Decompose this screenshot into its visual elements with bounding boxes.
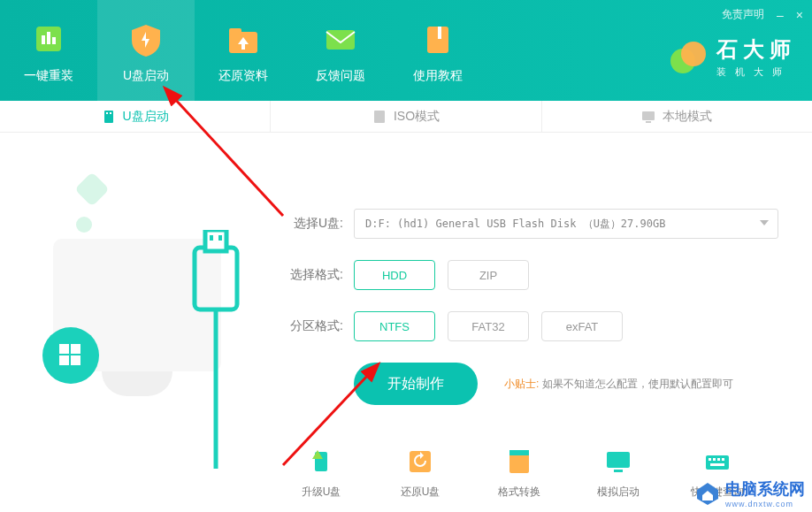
nav-tutorial[interactable]: 使用教程 (389, 0, 486, 101)
svg-rect-29 (607, 452, 630, 468)
windows-badge-icon (42, 327, 99, 384)
envelope-icon (321, 17, 360, 61)
usb-icon (102, 110, 116, 124)
svg-rect-28 (509, 450, 529, 455)
nav-tutorial-label: 使用教程 (413, 68, 463, 84)
brand-title: 石大师 (716, 35, 796, 64)
svg-rect-32 (709, 458, 711, 461)
svg-rect-2 (47, 32, 50, 44)
tool-simboot-label: 模拟启动 (597, 485, 640, 500)
disclaimer-link[interactable]: 免责声明 (722, 7, 764, 22)
svg-rect-19 (59, 355, 69, 365)
reinstall-icon (29, 17, 68, 61)
svg-rect-18 (71, 344, 80, 354)
subtab-iso-label: ISO模式 (394, 109, 440, 125)
svg-rect-35 (722, 458, 724, 461)
main-area: 选择U盘: D:F: (hd1) General USB Flash Disk … (0, 133, 812, 512)
subtab-local-label: 本地模式 (663, 109, 712, 125)
format-hdd-option[interactable]: HDD (354, 260, 435, 290)
tip-text: 小贴士: 如果不知道怎么配置，使用默认配置即可 (504, 377, 733, 392)
svg-rect-15 (642, 111, 655, 120)
svg-rect-20 (71, 355, 80, 365)
fs-label: 分区格式: (281, 318, 343, 334)
keyboard-icon (701, 446, 733, 478)
tool-upgrade[interactable]: 升级U盘 (288, 446, 354, 500)
fs-fat32-option[interactable]: FAT32 (448, 311, 529, 341)
start-button[interactable]: 开始制作 (354, 363, 478, 405)
svg-rect-24 (218, 235, 222, 241)
topbar: 免责声明 – × 一键重装 U盘启动 还原资料 反馈问题 (0, 0, 812, 101)
svg-rect-3 (52, 37, 56, 44)
svg-rect-21 (195, 248, 237, 309)
svg-rect-23 (210, 235, 213, 241)
watermark-icon (695, 481, 720, 506)
format-group: HDD ZIP (354, 260, 529, 290)
nav-restore[interactable]: 还原资料 (195, 0, 292, 101)
tool-convert-label: 格式转换 (498, 485, 540, 500)
svg-rect-11 (104, 111, 113, 123)
nav-usb-boot[interactable]: U盘启动 (97, 0, 195, 101)
brand-subtitle: 装机大师 (716, 65, 796, 79)
restore-usb-icon (404, 446, 436, 478)
format-zip-option[interactable]: ZIP (448, 260, 529, 290)
tip-prefix: 小贴士: (504, 378, 539, 390)
nav-usb-boot-label: U盘启动 (123, 68, 169, 84)
svg-rect-31 (706, 455, 729, 470)
simboot-icon (602, 446, 634, 478)
shield-icon (126, 17, 165, 61)
usb-drive-value: D:F: (hd1) General USB Flash Disk （U盘）27… (365, 217, 665, 232)
illustration (0, 133, 265, 512)
fs-group: NTFS FAT32 exFAT (354, 311, 623, 341)
format-label: 选择格式: (281, 267, 343, 283)
brand-logo-icon (669, 38, 708, 77)
svg-rect-33 (713, 458, 716, 461)
book-icon (418, 17, 457, 61)
minimize-button[interactable]: – (777, 8, 784, 22)
usb-drive-select[interactable]: D:F: (hd1) General USB Flash Disk （U盘）27… (354, 209, 778, 239)
tip-body: 如果不知道怎么配置，使用默认配置即可 (542, 378, 733, 390)
svg-rect-22 (205, 230, 226, 251)
svg-rect-17 (59, 344, 69, 354)
form-panel: 选择U盘: D:F: (hd1) General USB Flash Disk … (265, 133, 812, 512)
nav-feedback-label: 反馈问题 (316, 68, 365, 84)
svg-rect-5 (229, 28, 241, 35)
svg-rect-12 (106, 112, 108, 114)
watermark-name: 电脑系统网 (725, 478, 805, 500)
subtab-iso[interactable]: ISO模式 (270, 101, 540, 132)
nav-reinstall[interactable]: 一键重装 (0, 0, 97, 101)
svg-rect-6 (326, 30, 355, 50)
svg-rect-1 (42, 35, 45, 44)
subtab-bar: U盘启动 ISO模式 本地模式 (0, 101, 812, 133)
monitor-icon (641, 110, 655, 124)
nav-feedback[interactable]: 反馈问题 (292, 0, 389, 101)
subtab-usb[interactable]: U盘启动 (0, 101, 270, 132)
convert-icon (503, 446, 535, 478)
watermark: 电脑系统网 www.dnxtw.com (695, 478, 805, 508)
iso-icon (372, 110, 387, 124)
svg-rect-16 (646, 121, 651, 123)
svg-rect-8 (438, 27, 441, 39)
tool-upgrade-label: 升级U盘 (302, 485, 341, 500)
tool-simboot[interactable]: 模拟启动 (586, 446, 651, 500)
window-controls: 免责声明 – × (722, 7, 803, 22)
svg-rect-34 (717, 458, 720, 461)
tool-convert[interactable]: 格式转换 (486, 446, 552, 500)
svg-rect-36 (710, 463, 724, 466)
subtab-usb-label: U盘启动 (123, 109, 169, 125)
upgrade-usb-icon (305, 446, 337, 478)
usb-cable-icon (186, 230, 257, 478)
tool-restore-label: 还原U盘 (401, 485, 440, 500)
tool-restore[interactable]: 还原U盘 (387, 446, 453, 500)
fs-ntfs-option[interactable]: NTFS (354, 311, 435, 341)
close-button[interactable]: × (796, 8, 803, 22)
svg-rect-13 (110, 112, 111, 114)
subtab-local[interactable]: 本地模式 (541, 101, 812, 132)
fs-exfat-option[interactable]: exFAT (541, 311, 623, 341)
main-nav: 一键重装 U盘启动 还原资料 反馈问题 使用教程 (0, 0, 486, 101)
nav-restore-label: 还原资料 (218, 68, 268, 84)
watermark-url: www.dnxtw.com (725, 500, 805, 508)
svg-point-10 (681, 42, 706, 66)
svg-rect-14 (374, 111, 385, 123)
select-usb-label: 选择U盘: (281, 216, 343, 232)
chevron-down-icon (760, 220, 769, 225)
